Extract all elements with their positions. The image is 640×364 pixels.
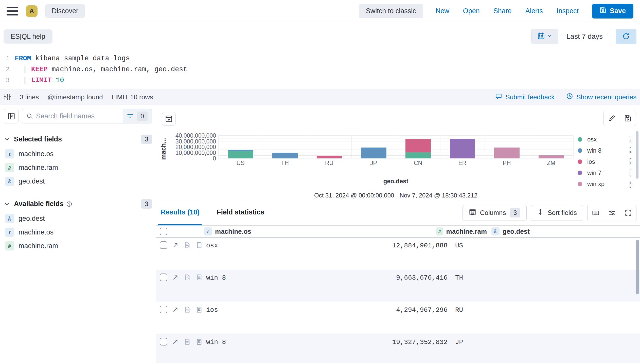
degraded-doc-icon[interactable]	[184, 306, 191, 313]
row-checkbox[interactable]	[160, 274, 167, 281]
field-item-machine.os[interactable]: tmachine.os	[4, 225, 152, 239]
nav-link-inspect[interactable]: Inspect	[550, 7, 585, 15]
bar-segment-US-osx[interactable]	[228, 151, 253, 158]
bar-segment-CN-ios[interactable]	[405, 139, 431, 152]
breadcrumb[interactable]: Discover	[45, 4, 85, 18]
degraded-doc-icon[interactable]	[184, 338, 191, 345]
bar-segment-PH-winxp[interactable]	[494, 148, 520, 158]
bar-segment-RU-ios[interactable]	[317, 156, 342, 158]
degraded-doc-icon[interactable]	[184, 274, 191, 281]
table-scrollbar[interactable]	[636, 240, 639, 294]
legend-item-winxp[interactable]: win xp	[578, 178, 631, 190]
nav-link-new[interactable]: New	[429, 7, 456, 15]
nav-link-alerts[interactable]: Alerts	[519, 7, 550, 15]
legend-item-osx[interactable]: osx	[578, 134, 631, 145]
esql-help-button[interactable]: ES|QL help	[4, 29, 52, 44]
cell-geo-dest: RU	[450, 306, 640, 314]
view-document-icon[interactable]	[196, 242, 203, 249]
view-document-icon[interactable]	[196, 274, 203, 281]
field-type-icon: t	[204, 227, 212, 235]
time-picker-calendar-button[interactable]	[531, 29, 558, 44]
gridline	[396, 136, 396, 158]
menu-icon[interactable]	[7, 7, 18, 15]
x-axis-label-RU: RU	[307, 160, 351, 167]
field-section-header-available-fields[interactable]: Available fields3	[4, 199, 152, 209]
bar-segment-ZM-winxp[interactable]	[539, 155, 564, 158]
edit-visualization-icon[interactable]	[604, 111, 620, 126]
nav-link-open[interactable]: Open	[456, 7, 487, 15]
field-item-machine.ram[interactable]: #machine.ram	[4, 239, 152, 253]
save-visualization-icon[interactable]	[620, 111, 636, 126]
code-text: | LIMIT 10	[15, 75, 64, 86]
expand-row-icon[interactable]	[172, 338, 179, 345]
keyboard-icon[interactable]	[588, 205, 604, 221]
switch-to-classic-button[interactable]: Switch to classic	[359, 4, 423, 18]
bar-segment-CN-osx[interactable]	[405, 152, 431, 158]
x-axis-label-ER: ER	[440, 160, 485, 167]
field-section-header-selected-fields[interactable]: Selected fields3	[4, 135, 152, 144]
expand-row-icon[interactable]	[172, 274, 179, 281]
legend-scrollbar[interactable]	[636, 131, 638, 179]
view-document-icon[interactable]	[196, 338, 203, 345]
submit-feedback-link[interactable]: Submit feedback	[495, 93, 555, 101]
chart-toggle-icon[interactable]	[162, 112, 176, 126]
view-document-icon[interactable]	[196, 306, 203, 313]
row-checkbox[interactable]	[160, 241, 167, 249]
refresh-button[interactable]	[616, 29, 636, 44]
row-checkbox[interactable]	[160, 338, 167, 345]
query-settings-icon[interactable]	[4, 93, 11, 101]
legend-actions-icon[interactable]	[630, 147, 631, 154]
tab-field-statistics[interactable]: Field statistics	[214, 200, 267, 225]
column-header-machine.ram[interactable]: #machine.ram	[429, 227, 487, 235]
gridline	[485, 136, 485, 158]
legend-actions-icon[interactable]	[630, 170, 631, 176]
space-avatar[interactable]: A	[26, 5, 38, 17]
bar-segment-TH-win8[interactable]	[272, 153, 298, 158]
x-axis-ticks: USTHRUJPCNERPHZM	[218, 160, 573, 167]
show-recent-queries-link[interactable]: Show recent queries	[566, 93, 636, 101]
legend-actions-icon[interactable]	[630, 158, 631, 165]
bar-segment-JP-win8[interactable]	[361, 148, 386, 158]
field-type-icon: #	[5, 241, 14, 250]
column-header-machine.os[interactable]: tmachine.os	[200, 227, 429, 235]
legend-item-win8[interactable]: win 8	[578, 145, 631, 156]
sort-fields-button[interactable]: Sort fields	[531, 205, 583, 221]
cell-machine-ram: 19,327,352,832	[392, 338, 450, 346]
display-options-icon[interactable]	[604, 205, 620, 221]
bar-segment-ER-win7[interactable]	[450, 139, 475, 158]
select-all-checkbox[interactable]	[160, 228, 167, 235]
legend-item-win7[interactable]: win 7	[578, 167, 631, 178]
esql-query-editor[interactable]: 1FROM kibana_sample_data_logs2 | KEEP ma…	[0, 51, 640, 89]
time-range-value[interactable]: Last 7 days	[558, 29, 611, 44]
chevron-down-icon	[4, 201, 10, 207]
tab-results-10-[interactable]: Results (10)	[158, 200, 202, 225]
degraded-doc-icon[interactable]	[184, 242, 191, 249]
field-filter-button[interactable]: 0	[123, 109, 152, 123]
legend-actions-icon[interactable]	[630, 136, 631, 143]
field-search: 0	[22, 109, 152, 123]
field-item-machine.os[interactable]: tmachine.os	[4, 147, 152, 161]
bar-segment-US-win8[interactable]	[228, 150, 253, 151]
column-header-geo.dest[interactable]: kgeo.dest	[487, 227, 640, 235]
chevron-down-icon	[4, 136, 10, 142]
time-picker: Last 7 days	[531, 29, 611, 44]
x-axis-label-PH: PH	[485, 160, 529, 167]
field-item-geo.dest[interactable]: kgeo.dest	[4, 174, 152, 188]
gridline	[263, 136, 263, 158]
fullscreen-icon[interactable]	[620, 205, 636, 221]
legend-actions-icon[interactable]	[630, 181, 631, 188]
columns-icon	[469, 208, 476, 217]
columns-button[interactable]: Columns 3	[463, 205, 527, 221]
field-item-machine.ram[interactable]: #machine.ram	[4, 161, 152, 174]
collapse-sidebar-icon[interactable]	[4, 109, 19, 123]
legend-item-ios[interactable]: ios	[578, 156, 631, 167]
row-checkbox[interactable]	[160, 306, 167, 313]
expand-row-icon[interactable]	[172, 306, 179, 313]
code-line: 2 | KEEP machine.os, machine.ram, geo.de…	[0, 64, 640, 75]
nav-link-share[interactable]: Share	[487, 7, 519, 15]
save-button[interactable]: Save	[592, 4, 633, 19]
expand-row-icon[interactable]	[172, 242, 179, 249]
search-input[interactable]	[33, 112, 123, 120]
field-item-geo.dest[interactable]: kgeo.dest	[4, 212, 152, 225]
field-type-icon: #	[436, 227, 443, 235]
